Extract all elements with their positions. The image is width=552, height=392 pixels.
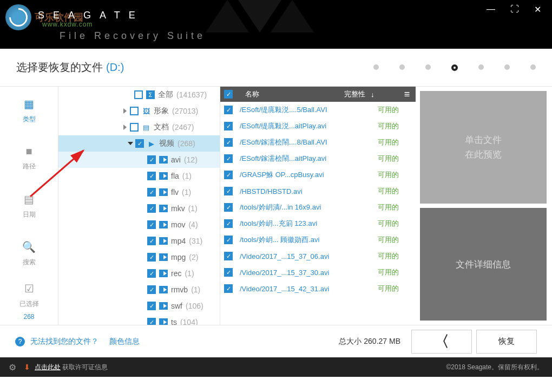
list-row[interactable]: ✓/GRASP鮴 OP...cpBusy.avi可用的 [220,167,416,183]
list-row[interactable]: ✓/Video/2017_...15_37_30.avi可用的 [220,264,416,280]
checkbox[interactable]: ✓ [147,237,156,245]
checkbox[interactable]: ✓ [147,269,156,278]
tree-row-ext[interactable]: ✓avi(12) [58,152,220,168]
details-text: 文件详细信息 [456,258,511,271]
step-dot [425,64,431,70]
list-row[interactable]: ✓/Video/2017_...15_37_06.avi可用的 [220,248,416,264]
checkbox[interactable]: ✓ [224,122,233,130]
tree-row-ext[interactable]: ✓fla(1) [58,168,220,184]
checkbox[interactable]: ✓ [224,236,233,244]
details-box: 文件详细信息 [420,208,547,321]
click-here-link[interactable]: 点击此处 [35,363,61,372]
checkbox[interactable]: ✓ [224,154,233,163]
step-dot [399,64,405,70]
col-name[interactable]: 名称 [240,89,344,99]
list-row[interactable]: ✓/ESoft/鎵濡桧鬧....8/Ball.AVI可用的 [220,134,416,151]
sidebar-item-type[interactable]: ▦ 类型 [0,87,58,134]
color-info-link[interactable]: 颜色信息 [109,337,140,347]
copyright: ©2018 Seagate。保留所有权利。 [446,363,543,372]
checkbox[interactable]: ✓ [224,171,233,179]
ext-label: mov [171,220,185,229]
expand-icon[interactable] [128,142,133,145]
image-icon: 🖼 [142,107,150,115]
tree-row-ext[interactable]: ✓rmvb(1) [58,282,220,298]
tree-row-ext[interactable]: ✓mkv(1) [58,200,220,217]
checkbox[interactable]: ✓ [224,284,233,293]
expand-icon[interactable] [123,125,127,130]
checkbox[interactable]: ✓ [147,204,156,213]
col-integrity[interactable]: 完整性 [344,89,365,99]
checkbox[interactable]: ✓ [147,302,156,310]
list-row[interactable]: ✓/ESoft/鎵濡桧鬧...aitPlay.avi可用的 [220,151,416,167]
help-link[interactable]: 无法找到您的文件？ [30,337,98,347]
close-icon[interactable]: ✕ [534,4,541,15]
checkbox[interactable] [130,123,139,132]
checkbox[interactable]: ✓ [147,285,156,294]
download-icon: ⬇ [24,363,30,371]
sigma-icon: Σ [146,90,155,99]
tree-row-docs[interactable]: ▤ 文档 (2467) [58,119,220,135]
checkbox[interactable]: ✓ [147,188,156,197]
checkbox-all[interactable]: ✓ [224,90,233,99]
tree-row-all[interactable]: Σ 全部 (141637) [58,87,220,103]
checkbox[interactable]: ✓ [224,106,233,114]
recover-button[interactable]: 恢复 [476,330,537,354]
file-list: ✓ 名称 完整性↓ ≡ ✓/ESoft/缇庣敤涚....5/Ball.AVI可用… [220,87,416,325]
ext-label: avi [171,155,181,164]
tree-row-images[interactable]: 🖼 形象 (27013) [58,103,220,119]
license-text: 获取许可证信息 [62,363,108,372]
checkbox[interactable]: ✓ [147,220,156,229]
checkbox[interactable]: ✓ [224,219,233,228]
checkbox[interactable]: ✓ [147,253,156,262]
file-status: 可用的 [378,202,416,212]
list-row[interactable]: ✓/tools/妗岄...充箣 123.avi可用的 [220,215,416,232]
tree-row-ext[interactable]: ✓swf(106) [58,298,220,314]
list-row[interactable]: ✓/tools/妗岄潰/...in 16x9.avi可用的 [220,199,416,215]
sidebar-item-search[interactable]: 🔍 搜索 [0,230,58,277]
list-row[interactable]: ✓/HBSTD/HBSTD.avi可用的 [220,183,416,199]
checkbox[interactable] [134,90,143,99]
checkbox[interactable] [130,107,139,115]
minimize-icon[interactable]: — [487,4,495,15]
checkbox[interactable]: ✓ [224,187,233,195]
sidebar-item-selected[interactable]: ☑ 已选择 268 [0,277,58,325]
ext-label: mpg [171,253,186,262]
file-status: 可用的 [378,219,416,228]
gear-icon[interactable]: ⚙ [9,362,16,373]
maximize-icon[interactable]: ⛶ [510,4,519,15]
tree-row-ext[interactable]: ✓ts(104) [58,314,220,325]
watermark-url: www.kxdw.com [42,21,93,28]
tree-row-video[interactable]: ✓ ▶ 视频 (268) [58,135,220,152]
tree-label: 视频 [159,139,174,148]
tree-row-ext[interactable]: ✓rec(1) [58,265,220,282]
sidebar-item-path[interactable]: ■ 路径 [0,134,58,182]
list-header: ✓ 名称 完整性↓ ≡ [220,87,416,102]
file-status: 可用的 [378,154,416,164]
list-row[interactable]: ✓/ESoft/缇庣敤涚....5/Ball.AVI可用的 [220,102,416,118]
tree-count: (27013) [172,107,198,115]
ext-label: rmvb [171,285,188,294]
preview-text: 在此预览 [465,148,502,161]
checkbox[interactable]: ✓ [224,252,233,260]
subtitle: File Recovery Suite [60,30,206,42]
list-row[interactable]: ✓/tools/妗岄... 顾徽勋酉.avi可用的 [220,232,416,248]
checkbox[interactable]: ✓ [135,139,144,148]
checkbox[interactable]: ✓ [224,138,233,147]
menu-icon[interactable]: ≡ [398,89,416,100]
list-row[interactable]: ✓/Video/2017_...15_42_31.avi可用的 [220,280,416,297]
checkbox[interactable]: ✓ [147,172,156,180]
checkbox[interactable]: ✓ [224,268,233,277]
back-button[interactable]: 〈 [411,330,472,354]
sort-icon[interactable]: ↓ [371,90,374,99]
checkbox[interactable]: ✓ [224,203,233,212]
expand-icon[interactable] [123,108,127,114]
list-row[interactable]: ✓/ESoft/缇庣敤涚...aitPlay.avi可用的 [220,118,416,134]
checkbox[interactable]: ✓ [147,318,156,325]
tree-row-ext[interactable]: ✓mov(4) [58,217,220,233]
tree-row-ext[interactable]: ✓mp4(31) [58,233,220,249]
tree-row-ext[interactable]: ✓mpg(2) [58,249,220,265]
help-icon[interactable]: ? [15,337,25,347]
sidebar-item-date[interactable]: ▤ 日期 [0,182,58,230]
tree-row-ext[interactable]: ✓flv(1) [58,184,220,200]
checkbox[interactable]: ✓ [147,155,156,164]
